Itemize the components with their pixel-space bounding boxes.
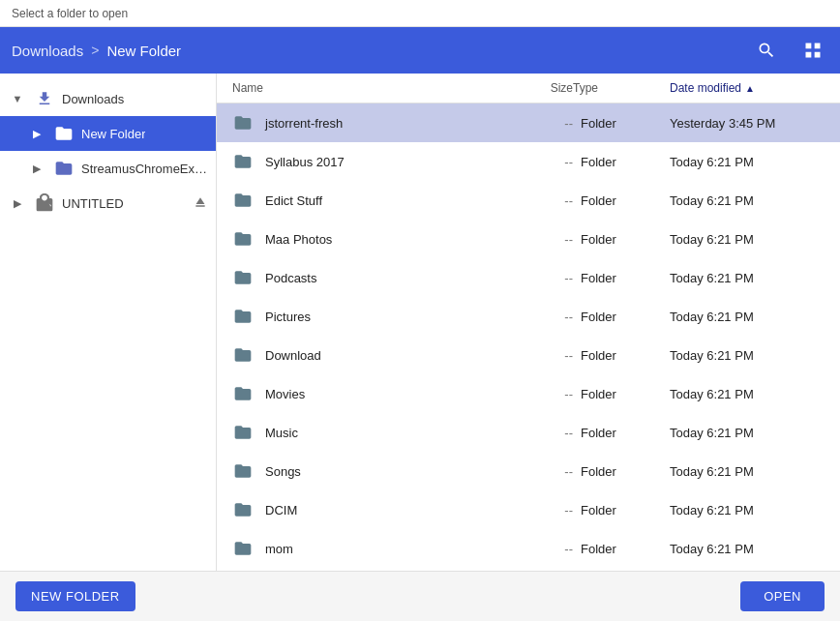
file-name-text: Songs (265, 464, 301, 479)
col-header-date[interactable]: Date modified ▲ (670, 81, 825, 95)
eject-icon (193, 194, 208, 210)
new-folder-button[interactable]: NEW FOLDER (15, 581, 135, 611)
table-row[interactable]: Pictures -- Folder Today 6:21 PM (217, 297, 840, 336)
folder-icon (232, 267, 254, 288)
file-size-cell: -- (495, 232, 573, 247)
file-type-cell: Folder (573, 387, 670, 401)
file-date-cell: Today 6:21 PM (670, 232, 825, 247)
table-row[interactable]: DCIM -- Folder Today 6:21 PM (217, 490, 840, 529)
top-bar-title: Select a folder to open (12, 7, 128, 20)
file-date-cell: Today 6:21 PM (670, 310, 825, 324)
file-date-cell: Today 6:21 PM (670, 387, 825, 401)
file-size-cell: -- (495, 387, 573, 401)
file-list: Name Size Type Date modified ▲ jstorrent… (217, 74, 840, 571)
file-name-cell: Music (232, 422, 495, 443)
folder-icon (232, 538, 254, 559)
file-name-text: Download (265, 348, 321, 363)
file-name-cell: mom (232, 538, 495, 559)
file-name-cell: Songs (232, 460, 495, 482)
file-type-cell: Folder (573, 116, 670, 131)
table-row[interactable]: Music -- Folder Today 6:21 PM (217, 413, 840, 452)
sidebar-item-downloads[interactable]: ▼ Downloads (0, 81, 216, 116)
chevron-right-icon: ▶ (27, 124, 46, 143)
file-name-text: Syllabus 2017 (265, 155, 345, 169)
table-row[interactable]: Syllabus 2017 -- Folder Today 6:21 PM (217, 142, 840, 181)
header: Downloads > New Folder (0, 27, 840, 74)
sidebar-untitled-label: UNTITLED (62, 196, 124, 211)
folder-icon (232, 499, 254, 520)
file-size-cell: -- (495, 310, 573, 324)
sort-arrow-icon: ▲ (745, 83, 755, 94)
new-folder-icon (52, 122, 75, 145)
file-size-cell: -- (495, 193, 573, 208)
file-name-text: Edict Stuff (265, 193, 322, 208)
sidebar-item-new-folder[interactable]: ▶ New Folder (0, 116, 216, 151)
folder-icon (232, 383, 254, 404)
file-size-cell: -- (495, 116, 573, 131)
file-size-cell: -- (495, 348, 573, 363)
file-type-cell: Folder (573, 464, 670, 479)
bottom-bar: NEW FOLDER OPEN (0, 571, 840, 621)
folder-icon (232, 190, 254, 211)
file-type-cell: Folder (573, 426, 670, 440)
search-icon (757, 41, 776, 60)
sidebar-item-streamus[interactable]: ▶ StreamusChromeExtensi... (0, 151, 216, 186)
table-row[interactable]: Edict Stuff -- Folder Today 6:21 PM (217, 181, 840, 220)
file-name-cell: Podcasts (232, 267, 495, 288)
folder-icon (232, 228, 254, 250)
file-name-cell: DCIM (232, 499, 495, 520)
file-date-cell: Today 6:21 PM (670, 426, 825, 440)
chevron-right-icon-3: ▶ (8, 193, 27, 213)
file-date-cell: Today 6:21 PM (670, 503, 825, 518)
file-name-cell: Maa Photos (232, 228, 495, 250)
file-date-cell: Today 6:21 PM (670, 271, 825, 285)
download-icon (33, 87, 56, 110)
file-size-cell: -- (495, 503, 573, 518)
file-date-cell: Today 6:21 PM (670, 542, 825, 556)
table-row[interactable]: Download -- Folder Today 6:21 PM (217, 336, 840, 374)
table-row[interactable]: mom -- Folder Today 6:21 PM (217, 529, 840, 568)
file-name-text: Music (265, 426, 298, 440)
file-name-cell: jstorrent-fresh (232, 112, 495, 133)
sidebar-downloads-label: Downloads (62, 92, 124, 106)
table-row[interactable]: Podcasts -- Folder Today 6:21 PM (217, 258, 840, 297)
open-button[interactable]: OPEN (740, 581, 825, 611)
file-name-cell: Pictures (232, 306, 495, 327)
file-type-cell: Folder (573, 155, 670, 169)
table-row[interactable]: Movies -- Folder Today 6:21 PM (217, 374, 840, 413)
file-name-text: Maa Photos (265, 232, 332, 247)
file-type-cell: Folder (573, 271, 670, 285)
file-size-cell: -- (495, 426, 573, 440)
table-row[interactable]: jstorrent-fresh -- Folder Yesterday 3:45… (217, 104, 840, 142)
file-date-cell: Today 6:21 PM (670, 155, 825, 169)
breadcrumb-parent[interactable]: Downloads (12, 43, 83, 59)
chevron-right-icon-2: ▶ (27, 159, 46, 178)
table-row[interactable]: Songs -- Folder Today 6:21 PM (217, 452, 840, 490)
drive-icon (33, 192, 56, 215)
file-date-cell: Today 6:21 PM (670, 464, 825, 479)
main-content: ▼ Downloads ▶ New Folder ▶ StreamusChrom… (0, 74, 840, 571)
file-name-cell: Download (232, 344, 495, 366)
eject-button[interactable] (193, 194, 208, 213)
col-header-size: Size (495, 81, 573, 95)
header-icons (751, 35, 828, 66)
file-type-cell: Folder (573, 232, 670, 247)
sidebar-new-folder-label: New Folder (81, 127, 145, 141)
file-size-cell: -- (495, 542, 573, 556)
breadcrumb-current: New Folder (106, 43, 181, 59)
file-name-text: jstorrent-fresh (265, 116, 343, 131)
col-header-name: Name (232, 81, 495, 95)
search-button[interactable] (751, 35, 782, 66)
folder-icon (232, 422, 254, 443)
file-type-cell: Folder (573, 348, 670, 363)
table-row[interactable]: Maa Photos -- Folder Today 6:21 PM (217, 220, 840, 258)
file-type-cell: Folder (573, 542, 670, 556)
file-size-cell: -- (495, 271, 573, 285)
file-name-text: DCIM (265, 503, 297, 518)
folder-icon (232, 344, 254, 366)
folder-icon (232, 460, 254, 482)
file-name-cell: Movies (232, 383, 495, 404)
sidebar-item-untitled[interactable]: ▶ UNTITLED (0, 186, 216, 221)
grid-icon (803, 41, 823, 60)
grid-view-button[interactable] (797, 35, 828, 66)
